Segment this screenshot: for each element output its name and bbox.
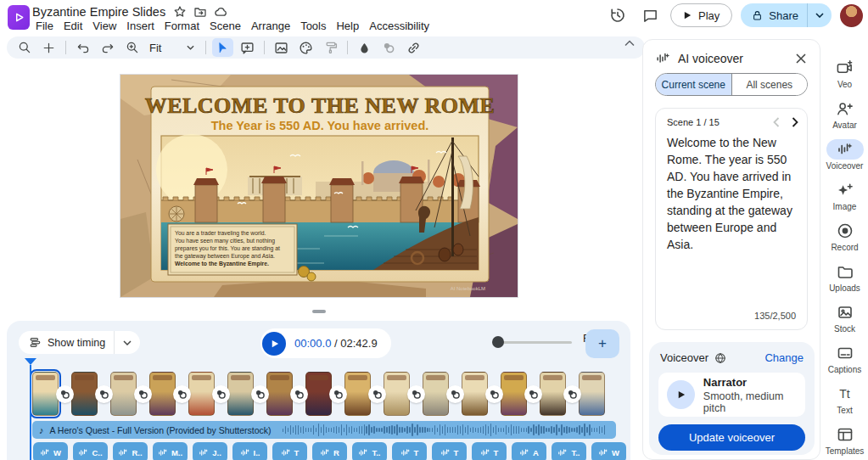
tab-all-scenes[interactable]: All scenes	[731, 74, 808, 95]
voiceover-clip-10[interactable]: T	[392, 442, 427, 460]
scene-thumbnail-7[interactable]	[266, 372, 293, 416]
transition-button-9[interactable]	[368, 385, 386, 403]
voiceover-clip-11[interactable]: T	[432, 442, 467, 460]
background-fill-button[interactable]	[354, 38, 375, 57]
scene-thumbnail-15[interactable]	[579, 372, 605, 416]
transition-button-5[interactable]	[212, 385, 230, 403]
transition-button-13[interactable]	[524, 385, 542, 403]
menu-insert[interactable]: Insert	[121, 19, 160, 33]
transition-button-6[interactable]	[251, 385, 269, 403]
scene-thumbnail-9[interactable]	[344, 372, 371, 416]
voiceover-clip-7[interactable]: T	[272, 442, 307, 460]
sidebar-item-stock[interactable]: Stock	[821, 302, 868, 334]
vids-logo[interactable]	[8, 5, 30, 30]
voiceover-clip-8[interactable]: R	[312, 442, 347, 460]
sidebar-item-uploads[interactable]: Uploads	[821, 261, 868, 293]
playhead-line[interactable]	[30, 365, 31, 460]
voiceover-clip-9[interactable]: T..	[352, 442, 387, 460]
menu-file[interactable]: File	[31, 19, 59, 33]
voiceover-clip-4[interactable]: M..	[153, 442, 188, 460]
voiceover-clip-13[interactable]: A	[512, 442, 546, 460]
document-title[interactable]: Byzantine Empire Slides	[32, 5, 165, 19]
sidebar-item-record[interactable]: Record	[821, 221, 868, 252]
zoom-select-value[interactable]: Fit	[146, 42, 165, 54]
search-icon[interactable]	[14, 38, 35, 57]
select-tool[interactable]	[212, 38, 233, 57]
voiceover-clip-1[interactable]: W	[33, 442, 68, 460]
voice-preview-play-button[interactable]	[667, 380, 695, 409]
tab-current-scene[interactable]: Current scene	[656, 74, 731, 95]
theme-colors-button[interactable]	[295, 38, 316, 57]
voiceover-clip-6[interactable]: I..	[232, 442, 267, 460]
collapse-toolbar-chevron[interactable]	[624, 40, 635, 47]
transition-button-10[interactable]	[407, 385, 425, 403]
version-history-icon[interactable]	[606, 3, 630, 27]
transition-button-1[interactable]	[56, 385, 74, 403]
scene-thumbnail-13[interactable]	[501, 372, 527, 416]
scene-thumbnail-11[interactable]	[423, 372, 449, 416]
menu-format[interactable]: Format	[160, 19, 204, 33]
transition-button-14[interactable]	[563, 385, 581, 403]
update-voiceover-button[interactable]: Update voiceover	[658, 424, 805, 451]
comments-icon[interactable]	[638, 3, 662, 27]
canvas-resize-handle[interactable]	[312, 310, 326, 313]
scene-thumbnail-8[interactable]	[305, 372, 332, 416]
slide-preview[interactable]: WELCOME TO THE NEW ROME The Year is 550 …	[120, 75, 518, 297]
sidebar-item-image[interactable]: Image	[821, 180, 868, 211]
menu-view[interactable]: View	[87, 19, 121, 33]
scene-thumbnail-14[interactable]	[540, 372, 566, 416]
account-avatar[interactable]	[840, 4, 863, 27]
sidebar-item-templates[interactable]: Templates	[821, 424, 868, 456]
menu-arrange[interactable]: Arrange	[246, 19, 295, 33]
menu-edit[interactable]: Edit	[59, 19, 87, 33]
show-timing-button[interactable]: Show timing	[19, 331, 140, 354]
timeline-zoom-slider[interactable]	[492, 336, 572, 348]
transition-button-3[interactable]	[134, 385, 152, 403]
next-scene-chevron[interactable]	[792, 117, 798, 127]
play-button[interactable]: Play	[670, 3, 732, 27]
transition-button[interactable]	[378, 38, 400, 57]
slider-thumb[interactable]	[492, 336, 504, 348]
close-icon[interactable]	[791, 48, 811, 69]
scene-thumbnail-12[interactable]	[462, 372, 488, 416]
transition-button-4[interactable]	[173, 385, 191, 403]
insert-image-button[interactable]	[271, 38, 292, 57]
menu-help[interactable]: Help	[331, 19, 364, 33]
star-icon[interactable]	[173, 5, 187, 19]
playhead-marker[interactable]	[25, 358, 36, 365]
paint-format-button[interactable]	[320, 38, 341, 57]
sidebar-item-text[interactable]: TtText	[821, 384, 868, 415]
voiceover-clip-14[interactable]: T..	[552, 442, 586, 460]
move-folder-icon[interactable]	[193, 5, 207, 19]
menu-tools[interactable]: Tools	[295, 19, 331, 33]
scene-thumbnail-1[interactable]	[32, 372, 59, 416]
add-scene-button[interactable]: +	[585, 329, 619, 358]
voiceover-clip-3[interactable]: R..	[113, 442, 148, 460]
scene-thumbnail-2[interactable]	[71, 372, 98, 416]
zoom-in-icon[interactable]	[121, 38, 143, 57]
sidebar-item-veo[interactable]: Veo	[821, 58, 868, 89]
scene-thumbnail-4[interactable]	[149, 372, 176, 416]
add-comment-button[interactable]	[237, 38, 258, 57]
scene-thumbnail-3[interactable]	[110, 372, 137, 416]
sidebar-item-avatar[interactable]: Avatar	[821, 98, 868, 130]
voiceover-clip-5[interactable]: J..	[193, 442, 227, 460]
cloud-status-icon[interactable]	[214, 4, 228, 19]
sidebar-item-voiceover[interactable]: Voiceover	[821, 139, 868, 171]
share-dropdown-caret[interactable]	[808, 13, 832, 18]
add-button[interactable]	[38, 38, 59, 57]
prev-scene-chevron[interactable]	[773, 117, 780, 127]
transition-button-12[interactable]	[485, 385, 503, 403]
transition-button-7[interactable]	[290, 385, 308, 403]
audio-track[interactable]: ♪ A Hero's Quest - Full Version (Provide…	[32, 421, 616, 439]
change-voice-link[interactable]: Change	[764, 351, 804, 364]
undo-button[interactable]	[72, 38, 93, 57]
scene-thumbnail-10[interactable]	[384, 372, 410, 416]
scene-thumbnail-5[interactable]	[188, 372, 215, 416]
menu-scene[interactable]: Scene	[204, 19, 246, 33]
timeline-play-button[interactable]	[262, 332, 286, 356]
transition-button-8[interactable]	[329, 385, 347, 403]
insert-link-button[interactable]	[403, 38, 424, 57]
zoom-select-caret[interactable]	[168, 45, 199, 50]
scene-thumbnail-6[interactable]	[227, 372, 254, 416]
